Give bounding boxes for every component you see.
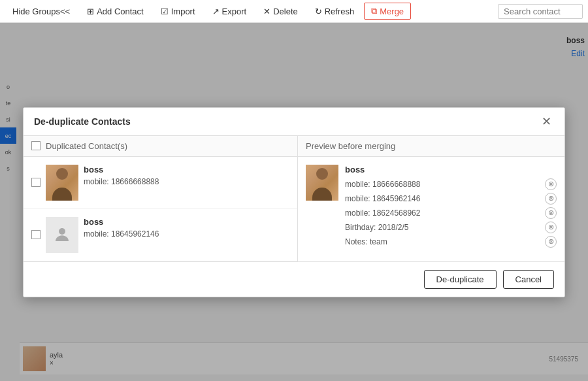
remove-field-4-button[interactable]: ⊗	[545, 236, 557, 248]
svg-point-0	[59, 228, 65, 235]
preview-field-3: Birthday: 2018/2/5 ⊗	[345, 222, 557, 233]
contact-1-detail: mobile: 18666668888	[84, 177, 289, 186]
contact-2-name: boss	[84, 217, 289, 227]
delete-button[interactable]: ✕ Delete	[256, 3, 305, 20]
modal-title: De-duplicate Contacts	[34, 116, 131, 127]
dedup-modal: De-duplicate Contacts ✕ Duplicated Conta…	[23, 107, 565, 297]
contact-1-name: boss	[84, 165, 289, 174]
remove-field-1-button[interactable]: ⊗	[545, 193, 557, 205]
contact-1-avatar	[46, 165, 78, 201]
remove-field-2-button[interactable]: ⊗	[545, 207, 557, 219]
preview-field-2: mobile: 18624568962 ⊗	[345, 207, 557, 219]
import-button[interactable]: ☑ Import	[154, 3, 203, 20]
contact-1-info: boss mobile: 18666668888	[84, 165, 289, 186]
preview-field-1-text: mobile: 18645962146	[345, 194, 541, 203]
preview-field-0-text: mobile: 18666668888	[345, 180, 541, 189]
preview-field-0: mobile: 18666668888 ⊗	[345, 178, 557, 190]
preview-field-1: mobile: 18645962146 ⊗	[345, 193, 557, 205]
deduplicate-button[interactable]: De-duplicate	[424, 270, 497, 289]
contact-2-info: boss mobile: 18645962146	[84, 217, 289, 239]
export-icon: ↗	[212, 7, 220, 16]
search-input[interactable]	[498, 4, 583, 19]
add-icon: ⊞	[87, 7, 94, 16]
export-button[interactable]: ↗ Export	[205, 3, 254, 20]
delete-icon: ✕	[263, 7, 270, 16]
right-panel: Preview before merging boss mobile: 1866…	[298, 136, 564, 261]
contact-2-checkbox[interactable]	[31, 230, 41, 239]
left-panel: Duplicated Contact(s) boss mobile: 18666…	[24, 136, 298, 261]
modal-body: Duplicated Contact(s) boss mobile: 18666…	[24, 136, 564, 261]
modal-header: De-duplicate Contacts ✕	[24, 108, 564, 136]
preview-field-3-text: Birthday: 2018/2/5	[345, 223, 541, 232]
contact-row-1: boss mobile: 18666668888	[24, 157, 297, 209]
modal-overlay: De-duplicate Contacts ✕ Duplicated Conta…	[0, 23, 588, 381]
left-panel-label: Duplicated Contact(s)	[46, 141, 127, 151]
merge-icon: ⧉	[371, 6, 377, 16]
contact-1-checkbox[interactable]	[31, 178, 41, 187]
contact-row-2: boss mobile: 18645962146	[24, 209, 297, 261]
preview-field-2-text: mobile: 18624568962	[345, 208, 541, 218]
modal-close-button[interactable]: ✕	[539, 116, 554, 127]
select-all-checkbox[interactable]	[31, 141, 41, 150]
left-panel-header: Duplicated Contact(s)	[24, 136, 297, 157]
refresh-icon: ↻	[315, 7, 322, 16]
toolbar: Hide Groups<< ⊞ Add Contact ☑ Import ↗ E…	[0, 0, 588, 23]
preview-header-label: Preview before merging	[306, 141, 395, 151]
contact-2-detail: mobile: 18645962146	[84, 229, 289, 239]
preview-avatar	[306, 165, 338, 201]
remove-field-0-button[interactable]: ⊗	[545, 178, 557, 190]
refresh-button[interactable]: ↻ Refresh	[308, 3, 362, 20]
cancel-button[interactable]: Cancel	[503, 270, 554, 289]
preview-name: boss	[345, 165, 557, 174]
preview-header: Preview before merging	[298, 136, 564, 157]
hide-groups-button[interactable]: Hide Groups<<	[5, 3, 77, 20]
remove-field-3-button[interactable]: ⊗	[545, 222, 557, 233]
merge-button[interactable]: ⧉ Merge	[364, 3, 411, 20]
add-contact-button[interactable]: ⊞ Add Contact	[80, 3, 151, 20]
preview-field-4-text: Notes: team	[345, 237, 541, 246]
import-icon: ☑	[161, 7, 169, 16]
modal-footer: De-duplicate Cancel	[24, 261, 564, 297]
hide-groups-label: Hide Groups<<	[12, 7, 70, 16]
preview-field-4: Notes: team ⊗	[345, 236, 557, 248]
preview-content: boss mobile: 18666668888 ⊗ mobile: 18645…	[298, 157, 564, 258]
preview-info: boss mobile: 18666668888 ⊗ mobile: 18645…	[345, 165, 557, 250]
contact-2-avatar	[46, 217, 78, 253]
